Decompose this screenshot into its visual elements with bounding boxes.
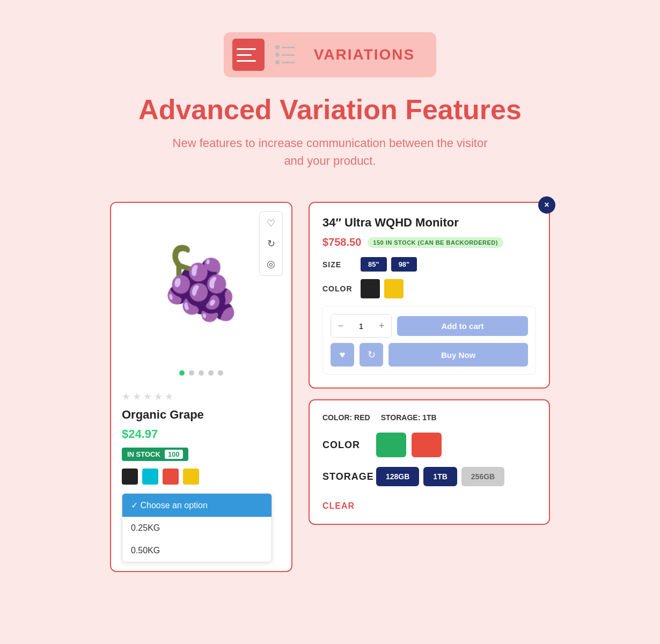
grape-image: 🍇 bbox=[131, 219, 271, 348]
product-info: ★ ★ ★ ★ ★ Organic Grape $24.97 IN STOCK … bbox=[111, 382, 291, 571]
swatch-black[interactable] bbox=[122, 469, 138, 485]
storage-color-row: COLOR bbox=[322, 433, 536, 457]
action-buttons: ♥ ↻ Buy Now bbox=[331, 343, 528, 367]
clear-button[interactable]: CLEAR bbox=[322, 501, 355, 511]
wishlist-button[interactable]: ♥ bbox=[331, 343, 354, 367]
price-row: $758.50 150 IN STOCK (CAN BE BACKORDERED… bbox=[322, 236, 536, 248]
buy-now-button[interactable]: Buy Now bbox=[388, 343, 528, 367]
product-color-swatches bbox=[122, 469, 281, 485]
monitor-card: × 34″ Ultra WQHD Monitor $758.50 150 IN … bbox=[309, 202, 550, 389]
star-1: ★ bbox=[122, 391, 130, 402]
size-btn-85[interactable]: 85" bbox=[361, 257, 387, 272]
storage-size-label: STORAGE bbox=[322, 471, 365, 482]
star-3: ★ bbox=[143, 391, 152, 402]
stock-count: 100 bbox=[165, 450, 183, 459]
close-button[interactable]: × bbox=[538, 196, 555, 214]
in-stock-badge: IN STOCK 100 bbox=[122, 448, 188, 461]
monitor-price: $758.50 bbox=[322, 236, 361, 248]
size-options: 85" 98" bbox=[361, 257, 417, 272]
product-name: Organic Grape bbox=[122, 408, 281, 422]
dot-4[interactable] bbox=[208, 370, 214, 376]
storage-swatch-red[interactable] bbox=[412, 433, 442, 457]
dropdown-option-050kg[interactable]: 0.50KG bbox=[122, 539, 272, 562]
monitor-swatch-black[interactable] bbox=[361, 279, 380, 298]
storage-card: COLOR: RED STORAGE: 1TB COLOR STORAGE 12… bbox=[309, 399, 550, 525]
star-4: ★ bbox=[154, 391, 163, 402]
add-to-cart-button[interactable]: Add to cart bbox=[397, 316, 528, 336]
subtitle: New features to increase communication b… bbox=[11, 134, 649, 170]
product-action-icons: ♡ ↻ ◎ bbox=[259, 211, 283, 276]
dropdown-option-default[interactable]: Choose an option bbox=[122, 494, 272, 517]
product-image-area: 🍇 ♡ ↻ ◎ bbox=[111, 203, 291, 364]
storage-options: 128GB 1TB 256GB bbox=[376, 467, 504, 486]
weight-dropdown[interactable]: Choose an option 0.25KG 0.50KG bbox=[122, 493, 272, 562]
dot-5[interactable] bbox=[218, 370, 223, 376]
star-5: ★ bbox=[165, 391, 173, 402]
color-variation-row: COLOR bbox=[322, 279, 536, 298]
color-options bbox=[361, 279, 404, 298]
star-2: ★ bbox=[133, 391, 141, 402]
storage-swatch-green[interactable] bbox=[376, 433, 406, 457]
swatch-cyan[interactable] bbox=[142, 469, 158, 485]
badge-line-2 bbox=[237, 54, 252, 56]
star-rating: ★ ★ ★ ★ ★ bbox=[122, 391, 281, 402]
monitor-title: 34″ Ultra WQHD Monitor bbox=[322, 216, 536, 230]
qty-input[interactable] bbox=[350, 321, 372, 331]
color-label: COLOR bbox=[322, 284, 352, 293]
dot-1[interactable] bbox=[179, 370, 185, 376]
swatch-yellow[interactable] bbox=[183, 469, 199, 485]
quickview-icon[interactable]: ◎ bbox=[263, 256, 279, 272]
header-section: VARIATIONS Advanced Variation Features N… bbox=[0, 0, 660, 191]
image-dots bbox=[111, 364, 291, 382]
size-label: SIZE bbox=[322, 260, 352, 269]
compare-icon[interactable]: ↻ bbox=[263, 236, 279, 252]
badge-label: VARIATIONS bbox=[314, 46, 415, 63]
card-meta: COLOR: RED STORAGE: 1TB bbox=[322, 413, 536, 422]
product-price: $24.97 bbox=[122, 427, 281, 441]
storage-btn-256gb[interactable]: 256GB bbox=[461, 467, 504, 486]
meta-storage: STORAGE: 1TB bbox=[381, 413, 437, 422]
dropdown-menu: Choose an option 0.25KG 0.50KG bbox=[122, 493, 272, 562]
storage-color-label: COLOR bbox=[322, 440, 365, 451]
badge-icon bbox=[232, 39, 265, 71]
storage-btn-1tb[interactable]: 1TB bbox=[423, 467, 457, 486]
size-btn-98[interactable]: 98" bbox=[391, 257, 417, 272]
dropdown-option-default-label: Choose an option bbox=[140, 501, 207, 510]
cart-controls: − + Add to cart bbox=[331, 314, 528, 338]
dot-2[interactable] bbox=[189, 370, 194, 376]
monitor-swatch-yellow[interactable] bbox=[384, 279, 404, 298]
badge-line-3 bbox=[237, 60, 256, 62]
cards-section: 🍇 ♡ ↻ ◎ ★ ★ ★ ★ ★ Organic Grape $24.9 bbox=[0, 191, 660, 583]
product-card: 🍇 ♡ ↻ ◎ ★ ★ ★ ★ ★ Organic Grape $24.9 bbox=[110, 202, 292, 572]
meta-color: COLOR: RED bbox=[322, 413, 370, 422]
quantity-control: − + bbox=[331, 314, 392, 338]
size-variation-row: SIZE 85" 98" bbox=[322, 257, 536, 272]
qty-decrease-button[interactable]: − bbox=[331, 314, 350, 337]
qty-increase-button[interactable]: + bbox=[372, 314, 391, 337]
monitor-stock-label: 150 IN STOCK (CAN BE BACKORDERED) bbox=[368, 237, 503, 248]
variations-badge: VARIATIONS bbox=[224, 32, 437, 77]
main-title: Advanced Variation Features bbox=[11, 93, 649, 126]
storage-btn-128gb[interactable]: 128GB bbox=[376, 467, 419, 486]
right-column: × 34″ Ultra WQHD Monitor $758.50 150 IN … bbox=[309, 202, 550, 525]
wishlist-icon[interactable]: ♡ bbox=[263, 215, 279, 231]
swatch-red[interactable] bbox=[163, 469, 179, 485]
storage-size-row: STORAGE 128GB 1TB 256GB bbox=[322, 467, 536, 486]
storage-color-options bbox=[376, 433, 442, 457]
dot-3[interactable] bbox=[199, 370, 204, 376]
dropdown-option-025kg[interactable]: 0.25KG bbox=[122, 517, 272, 539]
in-stock-label: IN STOCK bbox=[127, 450, 160, 458]
badge-line-1 bbox=[237, 48, 256, 50]
compare-button[interactable]: ↻ bbox=[360, 343, 383, 367]
